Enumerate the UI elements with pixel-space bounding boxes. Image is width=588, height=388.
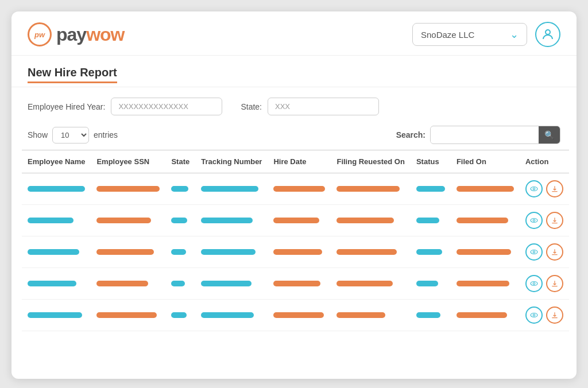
col-filing-requested-on: Filing Reuested On — [331, 150, 410, 173]
svg-point-2 — [533, 188, 535, 190]
data-bar — [457, 312, 507, 318]
view-button[interactable] — [525, 275, 543, 292]
col-state: State — [165, 150, 195, 173]
view-button[interactable] — [525, 212, 543, 229]
table-wrap: Employee Name Employee SSN State Trackin… — [11, 150, 577, 342]
filters: Employee Hired Year: State: — [11, 87, 577, 120]
download-button[interactable] — [546, 306, 563, 324]
data-bar — [336, 218, 394, 223]
data-bar — [171, 312, 187, 318]
download-button[interactable] — [546, 180, 563, 197]
table-cell — [195, 205, 268, 236]
action-cell — [520, 268, 569, 300]
action-buttons — [525, 212, 563, 229]
data-bar — [201, 249, 256, 255]
company-name: SnoDaze LLC — [421, 30, 474, 40]
data-bar — [336, 312, 385, 318]
table-cell — [165, 236, 195, 268]
data-bar — [273, 249, 322, 255]
action-buttons — [525, 306, 563, 324]
svg-point-5 — [531, 250, 537, 254]
table-cell — [451, 173, 520, 205]
show-label: Show — [28, 130, 48, 139]
logo-icon: pw — [28, 22, 52, 46]
data-bar — [96, 186, 160, 192]
action-buttons — [525, 275, 563, 292]
table-cell — [195, 236, 268, 268]
data-bar — [273, 281, 320, 286]
table-cell — [411, 236, 451, 268]
state-filter-group: State: — [241, 98, 379, 115]
data-bar — [273, 218, 319, 223]
table-row — [22, 236, 569, 268]
table-cell — [165, 173, 195, 205]
state-input[interactable] — [268, 98, 379, 115]
table-cell — [331, 205, 410, 236]
table-cell — [195, 173, 268, 205]
data-bar — [336, 281, 393, 286]
table-cell — [91, 205, 165, 236]
table-cell — [268, 268, 331, 300]
table-cell — [22, 300, 91, 331]
table-cell — [165, 300, 195, 331]
col-action: Action — [520, 150, 569, 173]
data-bar — [96, 218, 151, 223]
table-cell — [22, 173, 91, 205]
data-bar — [28, 312, 82, 318]
action-cell — [520, 236, 569, 268]
header: pw paywow SnoDaze LLC ⌄ — [11, 11, 577, 56]
svg-point-10 — [533, 314, 535, 316]
col-employee-name: Employee Name — [22, 150, 91, 173]
data-bar — [201, 312, 254, 318]
table-cell — [451, 236, 520, 268]
data-bar — [171, 249, 186, 255]
table-cell — [22, 268, 91, 300]
user-avatar[interactable] — [535, 22, 560, 47]
data-bar — [171, 186, 188, 192]
svg-point-4 — [533, 219, 535, 222]
data-bar — [96, 281, 148, 286]
table-cell — [195, 300, 268, 331]
search-group: Search: 🔍 — [396, 126, 560, 144]
chevron-down-icon: ⌄ — [510, 28, 519, 41]
action-cell — [520, 173, 569, 205]
company-select[interactable]: SnoDaze LLC ⌄ — [412, 23, 527, 46]
table-row — [22, 205, 569, 236]
year-input[interactable] — [111, 98, 222, 115]
entries-select[interactable]: 10 25 50 100 — [52, 127, 89, 143]
table-row — [22, 173, 569, 205]
search-input-wrap: 🔍 — [430, 126, 560, 144]
table-cell — [268, 173, 331, 205]
data-bar — [201, 281, 252, 286]
year-label: Employee Hired Year: — [28, 102, 105, 111]
table-cell — [411, 173, 451, 205]
view-button[interactable] — [525, 243, 543, 261]
download-button[interactable] — [546, 243, 563, 261]
download-button[interactable] — [546, 212, 563, 229]
table-cell — [91, 268, 165, 300]
svg-point-3 — [531, 219, 537, 223]
page-title: New Hire Report — [28, 66, 117, 83]
search-button[interactable]: 🔍 — [539, 126, 560, 143]
search-input[interactable] — [431, 127, 539, 143]
table-cell — [451, 268, 520, 300]
logo-text: paywow — [56, 24, 124, 45]
data-bar — [273, 312, 324, 318]
data-bar — [28, 218, 74, 223]
table-cell — [22, 236, 91, 268]
download-button[interactable] — [546, 275, 563, 292]
table-cell — [91, 173, 165, 205]
data-bar — [457, 186, 514, 192]
data-bar — [171, 218, 187, 223]
data-bar — [416, 281, 438, 286]
data-bar — [457, 249, 511, 255]
view-button[interactable] — [525, 180, 543, 197]
main-card: pw paywow SnoDaze LLC ⌄ New Hire Report — [11, 11, 577, 379]
view-button[interactable] — [525, 306, 543, 324]
entries-label: entries — [94, 130, 118, 139]
logo-pay: pay — [56, 24, 86, 45]
col-tracking-number: Tracking Number — [195, 150, 268, 173]
logo: pw paywow — [28, 22, 124, 46]
table-cell — [165, 205, 195, 236]
table-row — [22, 300, 569, 331]
